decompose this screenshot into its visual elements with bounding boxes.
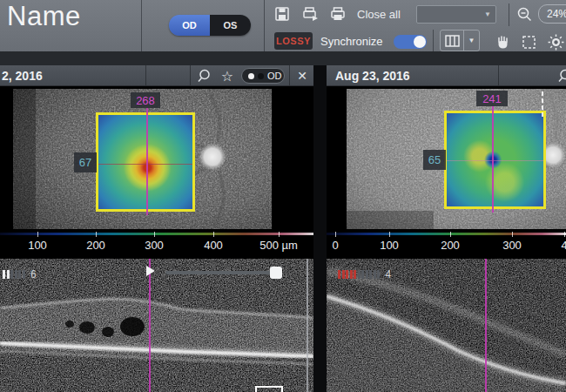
- scan-region-box[interactable]: [96, 112, 195, 212]
- synchronize-label: Synchronize: [320, 35, 383, 48]
- quality-bar: [3, 270, 5, 279]
- quality-bar: [361, 270, 364, 279]
- quality-bar: [377, 270, 380, 279]
- thickness-colorbar: [327, 233, 566, 235]
- od-toggle-button[interactable]: OD: [169, 15, 210, 36]
- bscan-slider-track[interactable]: [165, 271, 272, 274]
- panel-scrollbar[interactable]: [307, 259, 308, 392]
- bscan-view-left: 6: [0, 259, 313, 392]
- header-divider: [190, 65, 191, 86]
- toggle-knob: [414, 36, 426, 48]
- print-icon: [330, 6, 346, 22]
- quality-bar: [18, 270, 21, 279]
- print-preview-icon: [302, 6, 319, 22]
- quality-bar: [369, 270, 372, 279]
- ruler-tick: [564, 232, 565, 237]
- quality-bar: [374, 270, 376, 279]
- bscan-position-line[interactable]: [149, 259, 151, 392]
- os-toggle-button[interactable]: OS: [210, 15, 251, 36]
- pan-tool-button[interactable]: [492, 31, 513, 52]
- fundus-view-left: 268 67: [0, 86, 313, 231]
- quality-bar: [7, 270, 10, 279]
- panel-header-left: 2, 2016 ☆ OD ✕: [0, 65, 313, 86]
- quality-value: 4: [386, 268, 392, 280]
- bscan-view-right: 4: [327, 259, 566, 392]
- chevron-down-icon: ▼: [468, 37, 475, 44]
- ruler-label: 300: [145, 239, 164, 252]
- quality-bar: [15, 270, 17, 279]
- oct-review-app: Name OD OS Close all ▼: [0, 0, 566, 392]
- ruler-tick: [335, 232, 336, 237]
- close-panel-button[interactable]: ✕: [293, 67, 311, 84]
- exam-date: 2, 2016: [2, 69, 43, 83]
- thickness-value-badge: 268: [131, 92, 160, 108]
- ruler-tick: [154, 232, 155, 237]
- horizontal-crosshair[interactable]: [447, 160, 543, 161]
- play-button[interactable]: [146, 266, 155, 276]
- quality-bar: [338, 270, 340, 279]
- ruler-label: 100: [380, 239, 399, 252]
- signal-quality-indicator: 4: [338, 268, 391, 280]
- quality-bar: [354, 270, 356, 279]
- marquee-selection-icon: [522, 35, 536, 50]
- brightness-contrast-button[interactable]: [545, 31, 566, 52]
- bscan-position-line[interactable]: [492, 106, 494, 213]
- chevron-down-icon: ▼: [484, 10, 491, 18]
- ruler-label: 100: [28, 239, 47, 252]
- scan-indicator-pill[interactable]: OD: [241, 68, 285, 84]
- dot-inactive-icon: [258, 73, 264, 79]
- ruler-tick: [213, 232, 214, 237]
- thickness-colorbar: [0, 233, 313, 235]
- grid-layout-split-button[interactable]: ▼: [440, 30, 480, 51]
- bscan-position-line[interactable]: [485, 259, 487, 392]
- zoom-out-icon: [516, 6, 533, 23]
- scale-ruler-right: 01002003004: [327, 231, 566, 259]
- bscan-slider-thumb[interactable]: [270, 267, 282, 279]
- header-divider: [145, 65, 146, 86]
- scale-ruler-left: 100200300400500 µm: [0, 231, 313, 259]
- oct-bscan-image: [0, 259, 313, 392]
- grid-columns-icon[interactable]: [441, 30, 464, 51]
- header-divider: [289, 65, 290, 86]
- favorite-button[interactable]: ☆: [219, 67, 236, 84]
- quality-bar: [23, 270, 25, 279]
- ruler-label: 300: [502, 239, 522, 252]
- zoom-level-field[interactable]: 24%: [538, 4, 566, 24]
- ruler-label: 200: [86, 239, 105, 252]
- ruler-tick: [37, 232, 38, 237]
- exam-date: Aug 23, 2016: [335, 69, 410, 83]
- toolbar-divider: [509, 3, 509, 26]
- bscan-position-line[interactable]: [146, 107, 148, 215]
- scale-box: [255, 386, 283, 392]
- magnifier-button[interactable]: [195, 67, 212, 84]
- print-preview-button[interactable]: [300, 3, 320, 24]
- zoom-out-button[interactable]: [514, 3, 535, 24]
- thickness-side-badge: 67: [74, 152, 97, 172]
- ruler-tick: [389, 232, 390, 237]
- laterality-toggle[interactable]: OD OS: [169, 15, 251, 36]
- magnifier-icon: [196, 68, 212, 84]
- synchronize-toggle[interactable]: [394, 35, 427, 49]
- magnifier-button[interactable]: [556, 67, 566, 84]
- layout-select[interactable]: ▼: [416, 5, 496, 24]
- quality-bar: [358, 270, 360, 279]
- quality-bar: [10, 270, 13, 279]
- ruler-tick: [450, 232, 451, 237]
- main-toolbar: Name OD OS Close all ▼: [0, 0, 566, 51]
- quality-bar: [342, 270, 345, 279]
- magnifier-icon: [556, 68, 566, 84]
- select-region-button[interactable]: [518, 31, 539, 52]
- close-all-button[interactable]: Close all: [357, 8, 401, 21]
- signal-quality-indicator: 6: [3, 268, 37, 280]
- print-button[interactable]: [327, 3, 348, 24]
- toolbar-divider: [433, 30, 434, 51]
- fundus-view-right: 241 65: [327, 86, 566, 231]
- thickness-side-badge: 65: [423, 150, 446, 170]
- patient-name: Name: [7, 1, 81, 32]
- brightness-icon: [548, 34, 564, 51]
- ruler-label: 4: [561, 239, 566, 252]
- save-button[interactable]: [272, 3, 293, 24]
- grid-layout-dropdown[interactable]: ▼: [464, 30, 479, 51]
- horizontal-crosshair[interactable]: [98, 164, 192, 165]
- exam-panel-right: Aug 23, 2016: [327, 65, 566, 392]
